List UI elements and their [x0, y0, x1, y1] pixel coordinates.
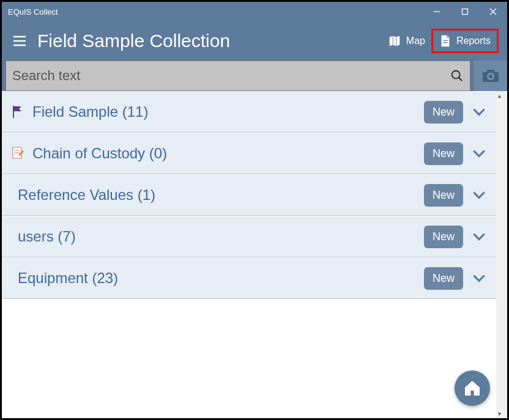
svg-point-14: [489, 75, 492, 78]
camera-icon: [481, 68, 500, 84]
map-button[interactable]: Map: [382, 31, 431, 51]
chevron-down-icon: [471, 146, 487, 161]
list-item[interactable]: Field Sample (11) New: [2, 91, 496, 133]
minimize-icon: [433, 8, 440, 15]
search-box[interactable]: [6, 61, 470, 91]
list-item[interactable]: users (7) New: [2, 216, 496, 257]
flag-icon: [10, 105, 25, 119]
expand-toggle[interactable]: [470, 187, 488, 203]
window-frame: EQuIS Collect Field Sample Collection: [0, 0, 509, 420]
expand-toggle[interactable]: [470, 146, 488, 161]
map-icon: [388, 34, 401, 48]
camera-button[interactable]: [474, 61, 507, 91]
reports-button[interactable]: Reports: [431, 29, 499, 53]
new-button[interactable]: New: [424, 184, 463, 207]
close-button[interactable]: [479, 2, 507, 21]
close-icon: [489, 8, 497, 15]
expand-toggle[interactable]: [470, 104, 488, 120]
maximize-icon: [461, 8, 469, 15]
home-icon: [463, 378, 482, 398]
document-edit-icon: [10, 147, 25, 160]
menu-button[interactable]: [10, 32, 29, 50]
app-header: Field Sample Collection Map Reports: [2, 21, 507, 61]
new-button[interactable]: New: [424, 101, 463, 123]
search-input[interactable]: [12, 68, 450, 84]
expand-toggle[interactable]: [470, 229, 488, 245]
scroll-down-arrow[interactable]: ▾: [498, 410, 501, 417]
maximize-button[interactable]: [451, 2, 479, 21]
body-area: Field Sample (11) New Chain of Custody (…: [2, 91, 507, 418]
svg-line-12: [459, 78, 463, 81]
list-item[interactable]: Chain of Custody (0) New: [2, 133, 496, 174]
search-icon[interactable]: [450, 69, 464, 83]
chevron-down-icon: [471, 104, 487, 120]
new-button[interactable]: New: [424, 267, 463, 290]
svg-point-11: [452, 71, 460, 79]
vertical-scrollbar[interactable]: ▴ ▾: [496, 91, 507, 418]
map-label: Map: [406, 35, 425, 46]
minimize-button[interactable]: [423, 2, 451, 21]
search-row: [2, 61, 507, 91]
list-item-label: Chain of Custody (0): [32, 145, 417, 162]
chevron-down-icon: [471, 229, 487, 245]
new-button[interactable]: New: [424, 142, 463, 165]
reports-label: Reports: [456, 35, 491, 46]
list-item-label: users (7): [18, 228, 417, 245]
document-icon: [439, 34, 451, 48]
hamburger-icon: [12, 34, 27, 48]
chevron-down-icon: [471, 270, 487, 286]
chevron-down-icon: [471, 187, 487, 203]
list-item-label: Reference Values (1): [18, 186, 417, 204]
page-title: Field Sample Collection: [37, 31, 382, 51]
app-name: EQuIS Collect: [8, 7, 423, 17]
expand-toggle[interactable]: [470, 270, 488, 286]
home-button[interactable]: [455, 370, 490, 406]
list-item[interactable]: Reference Values (1) New: [2, 174, 496, 216]
svg-rect-1: [463, 9, 468, 15]
list-item[interactable]: Equipment (23) New: [2, 257, 496, 299]
list-item-label: Field Sample (11): [32, 103, 417, 120]
new-button[interactable]: New: [424, 226, 463, 248]
titlebar: EQuIS Collect: [2, 2, 507, 21]
category-list: Field Sample (11) New Chain of Custody (…: [2, 91, 496, 418]
scroll-up-arrow[interactable]: ▴: [498, 92, 501, 99]
list-item-label: Equipment (23): [18, 270, 417, 287]
